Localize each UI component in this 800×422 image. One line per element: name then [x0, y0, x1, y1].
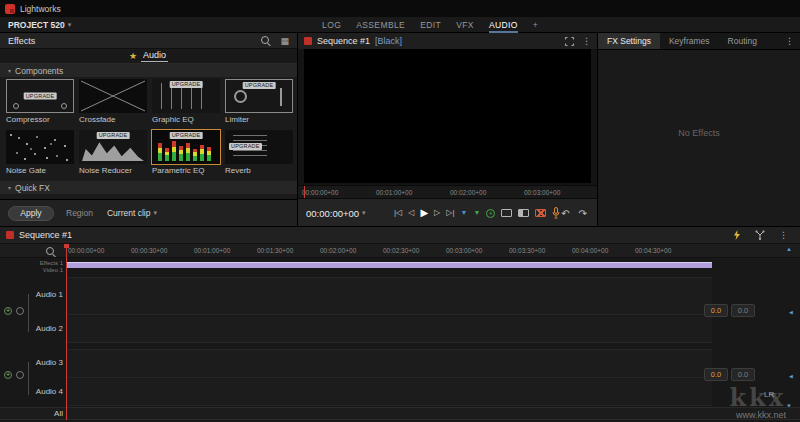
sync-in-icon[interactable]: ▼	[460, 208, 467, 218]
track-label-video1[interactable]: Video 1	[18, 267, 63, 273]
upgrade-badge: UPGRADE	[243, 82, 276, 89]
zoom-icon[interactable]	[46, 247, 56, 257]
effect-tile-graphic-eq[interactable]: UPGRADE Graphic EQ	[152, 79, 220, 124]
monitor-toggle-icon[interactable]	[16, 371, 24, 379]
effect-tile-noise-reducer[interactable]: UPGRADE Noise Reducer	[79, 130, 147, 175]
chevron-down-icon: ▾	[8, 184, 11, 191]
effects-category-audio[interactable]: ★ Audio	[0, 49, 297, 64]
effect-tile-reverb[interactable]: UPGRADE Reverb	[225, 130, 293, 175]
audio1-lane[interactable]	[66, 277, 712, 315]
section-components[interactable]: ▾ Components	[0, 64, 297, 77]
undo-button[interactable]: ↶	[561, 208, 569, 219]
chevron-down-icon: ▾	[8, 67, 11, 74]
pan-value-group1[interactable]: 0.0	[731, 304, 755, 317]
insert-edit-icon[interactable]	[501, 209, 512, 217]
effect-thumb	[6, 130, 74, 164]
video-viewport[interactable]	[304, 49, 591, 183]
effect-thumb: UPGRADE	[225, 130, 293, 164]
replace-edit-icon[interactable]	[518, 209, 529, 217]
ruler-label: 00:03:00+00	[524, 189, 560, 196]
gain-value-group2[interactable]: 0.0	[704, 368, 728, 381]
audio3-lane[interactable]	[66, 349, 712, 378]
video-track-strip[interactable]	[66, 262, 712, 268]
step-back-button[interactable]: ◁	[408, 208, 414, 218]
upgrade-badge: UPGRADE	[170, 132, 203, 139]
star-icon: ★	[129, 52, 137, 61]
audio2-lane[interactable]	[66, 316, 712, 343]
search-icon[interactable]	[261, 36, 271, 46]
track-label-effects1[interactable]: Effects 1	[18, 260, 63, 266]
tab-edit[interactable]: EDIT	[420, 17, 441, 33]
scroll-up-icon[interactable]: ▲	[786, 246, 792, 252]
routing-icon[interactable]	[755, 230, 765, 240]
ruler-label: 00:04:30+00	[635, 247, 671, 254]
goto-start-button[interactable]: |◁	[394, 208, 402, 218]
kebab-menu-icon[interactable]: ⋮	[582, 37, 591, 46]
tab-fx-settings[interactable]: FX Settings	[598, 33, 660, 49]
ruler-label: 00:02:30+00	[383, 247, 419, 254]
tab-assemble[interactable]: ASSEMBLE	[356, 17, 405, 33]
section-quick-fx[interactable]: ▾ Quick FX	[0, 181, 297, 194]
track-marker-icon[interactable]: ◀	[789, 373, 793, 379]
audio4-lane[interactable]	[66, 379, 712, 406]
ruler-label: 00:00:30+00	[131, 247, 167, 254]
pan-value-group2[interactable]: 0.0	[731, 368, 755, 381]
app-logo-icon	[5, 4, 15, 14]
apply-button[interactable]: Apply	[8, 206, 54, 221]
step-forward-button[interactable]: ▷	[434, 208, 440, 218]
audio-group2-controls: +	[4, 371, 24, 379]
timeline-ruler[interactable]: 00:00:00+00 00:00:30+00 00:01:00+00 00:0…	[0, 244, 800, 258]
ruler-label: 00:02:00+00	[320, 247, 356, 254]
redo-button[interactable]: ↷	[579, 208, 587, 219]
goto-end-button[interactable]: ▷|	[446, 208, 454, 218]
crossfade-x-icon	[79, 79, 147, 113]
grid-view-icon[interactable]: ▦	[280, 36, 289, 46]
timecode-display[interactable]: 00:00:00+00 ▾	[306, 199, 366, 227]
upgrade-badge: UPGRADE	[229, 143, 262, 150]
effect-tile-compressor[interactable]: UPGRADE Compressor	[6, 79, 74, 124]
record-enable-icon[interactable]: +	[4, 307, 12, 315]
project-label: PROJECT 520	[8, 20, 65, 30]
delete-edit-icon[interactable]	[535, 209, 546, 217]
project-selector[interactable]: PROJECT 520 ▾	[8, 17, 71, 33]
timeline-playhead[interactable]	[66, 244, 67, 420]
sequence-icon	[6, 231, 14, 239]
viewer-timeline-ruler[interactable]: 00:00:00+00 00:01:00+00 00:02:00+00 00:0…	[298, 185, 597, 198]
room-tabs: LOG ASSEMBLE EDIT VFX AUDIO +	[322, 17, 538, 33]
effect-tile-noise-gate[interactable]: Noise Gate	[6, 130, 74, 175]
kebab-menu-icon[interactable]: ⋮	[785, 37, 794, 46]
track-label-all[interactable]: All	[22, 409, 63, 418]
effect-tile-parametric-eq[interactable]: UPGRADE Parametric EQ	[152, 130, 220, 175]
monitor-toggle-icon[interactable]	[16, 307, 24, 315]
tab-log[interactable]: LOG	[322, 17, 341, 33]
region-selector[interactable]: Current clip ▾	[107, 208, 157, 218]
sync-out-icon[interactable]: ▼	[473, 208, 480, 218]
record-enable-icon[interactable]: +	[4, 371, 12, 379]
play-button[interactable]: ▶	[420, 208, 428, 218]
kebab-menu-icon[interactable]: ⋮	[779, 231, 788, 240]
chevron-down-icon: ▾	[68, 21, 72, 29]
effects-panel-title: Effects	[8, 36, 35, 46]
track-marker-icon[interactable]: ◀	[789, 309, 793, 315]
tab-audio-room[interactable]: AUDIO	[489, 17, 518, 33]
timeline-title: Sequence #1	[19, 230, 72, 240]
gain-value-group1[interactable]: 0.0	[704, 304, 728, 317]
tab-vfx[interactable]: VFX	[456, 17, 474, 33]
transport-bar: 00:00:00+00 ▾ |◁ ◁ ▶ ▷ ▷| ▼ ▼ + ↶ ↷	[298, 198, 597, 226]
fx-settings-panel: FX Settings Keyframes Routing ⋮ No Effec…	[598, 33, 800, 226]
voiceover-mic-icon[interactable]	[552, 207, 560, 219]
tab-routing[interactable]: Routing	[719, 33, 766, 49]
fullscreen-icon[interactable]	[565, 37, 574, 46]
all-tracks-lane[interactable]	[0, 407, 800, 420]
effects-panel: Effects ▦ ★ Audio ▾ Components UPGRADE C…	[0, 33, 298, 226]
tab-add[interactable]: +	[533, 17, 538, 33]
effects-category-label: Audio	[141, 50, 168, 62]
noise-dots-icon	[10, 134, 12, 136]
fx-lightning-icon[interactable]	[733, 230, 741, 240]
tab-keyframes[interactable]: Keyframes	[660, 33, 719, 49]
add-marker-button[interactable]: +	[486, 209, 495, 218]
effect-tile-limiter[interactable]: UPGRADE Limiter	[225, 79, 293, 124]
plus-icon: +	[6, 307, 10, 314]
effect-thumb: UPGRADE	[6, 79, 74, 113]
effect-tile-crossfade[interactable]: Crossfade	[79, 79, 147, 124]
